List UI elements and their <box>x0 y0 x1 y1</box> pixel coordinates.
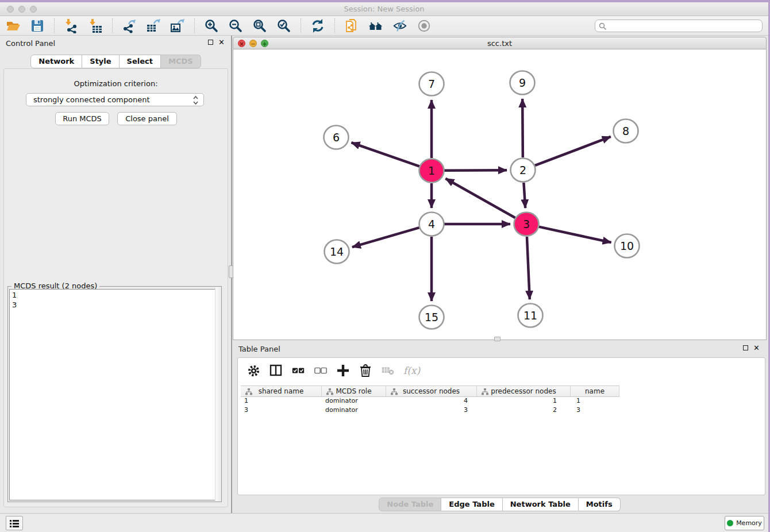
show-panels-icon[interactable] <box>368 18 383 33</box>
column-header-shared-name[interactable]: shared name <box>241 386 322 396</box>
tab-select[interactable]: Select <box>120 55 161 68</box>
tab-edge-table[interactable]: Edge Table <box>441 498 502 511</box>
toolbar-separator <box>112 18 113 33</box>
table-row[interactable]: 1dominator411 <box>241 397 619 406</box>
tab-network[interactable]: Network <box>30 55 82 68</box>
graph-edge-2-8[interactable] <box>535 137 611 165</box>
node-table: shared nameMCDS rolesuccessor nodesprede… <box>241 385 619 415</box>
add-column-icon[interactable] <box>336 364 350 377</box>
graph-edge-1-6[interactable] <box>351 142 419 167</box>
criterion-select[interactable]: strongly connected component <box>26 93 204 106</box>
node-label: 8 <box>622 125 629 137</box>
result-scrollbar[interactable] <box>215 287 221 501</box>
delete-columns-icon[interactable] <box>359 364 372 377</box>
graph-edge-3-10[interactable] <box>538 227 611 242</box>
close-panel-button[interactable]: Close panel <box>117 112 177 125</box>
graph-node-10[interactable]: 10 <box>615 234 640 258</box>
table-cell: 2 <box>477 406 571 415</box>
zoom-selected-icon[interactable] <box>276 18 291 33</box>
table-cell: dominator <box>322 397 386 406</box>
graph-edge-2-9[interactable] <box>522 99 523 157</box>
main-toolbar <box>0 16 768 36</box>
zoom-out-icon[interactable] <box>228 18 243 33</box>
node-label: 6 <box>333 131 340 144</box>
split-panel-icon[interactable] <box>269 364 283 377</box>
column-label: MCDS role <box>336 387 371 395</box>
zoom-fit-icon[interactable] <box>252 18 267 33</box>
table-divider-grip[interactable] <box>494 337 500 341</box>
tab-node-table[interactable]: Node Table <box>379 498 441 511</box>
node-label: 10 <box>620 240 634 252</box>
tab-style[interactable]: Style <box>82 55 119 68</box>
column-header-MCDS-role[interactable]: MCDS role <box>322 386 386 396</box>
graph-node-3[interactable]: 3 <box>514 213 539 236</box>
mcds-result-text[interactable]: 1 3 <box>9 289 220 500</box>
tab-mcds[interactable]: MCDS <box>161 55 201 68</box>
open-session-icon[interactable] <box>6 18 21 33</box>
unselect-all-columns-icon[interactable] <box>314 364 328 377</box>
graph-node-4[interactable]: 4 <box>419 213 444 236</box>
tab-motifs[interactable]: Motifs <box>579 498 621 511</box>
app-title: Session: New Session <box>0 5 768 13</box>
refresh-layout-icon[interactable] <box>310 18 325 33</box>
float-table-panel-icon[interactable] <box>743 345 748 350</box>
float-panel-icon[interactable] <box>208 40 213 45</box>
column-header-name[interactable]: name <box>571 386 619 396</box>
import-network-icon[interactable] <box>64 18 79 33</box>
node-table-box: f(x) shared nameMCDS rolesuccessor nodes… <box>237 357 765 495</box>
criterion-value: strongly connected component <box>33 95 150 104</box>
hide-graphics-details-icon[interactable] <box>392 18 407 33</box>
show-graphics-details-icon[interactable] <box>417 18 432 33</box>
search-input[interactable] <box>595 20 763 32</box>
export-network-icon[interactable] <box>122 18 137 33</box>
run-mcds-button[interactable]: Run MCDS <box>55 112 109 125</box>
table-cell: 1 <box>241 397 322 406</box>
graph-edge-2-3[interactable] <box>523 183 525 208</box>
memory-button[interactable]: Memory <box>725 516 764 530</box>
main-content: Control Panel ✕ NetworkStyleSelectMCDS O… <box>0 36 768 513</box>
select-all-columns-icon[interactable] <box>291 364 305 377</box>
graph-node-9[interactable]: 9 <box>510 71 535 95</box>
network-window-titlebar[interactable]: × − + scc.txt <box>233 37 767 49</box>
table-cell: 1 <box>477 397 571 406</box>
table-panel-title: Table Panel <box>238 345 280 353</box>
node-label: 4 <box>428 218 435 230</box>
table-header-row: shared nameMCDS rolesuccessor nodesprede… <box>241 385 619 397</box>
graph-node-1[interactable]: 1 <box>419 159 444 183</box>
network-canvas[interactable]: 7968124314101511 <box>233 49 767 340</box>
graph-node-8[interactable]: 8 <box>614 119 638 143</box>
graph-edge-4-14[interactable] <box>352 228 419 247</box>
zoom-in-icon[interactable] <box>204 18 219 33</box>
node-label: 15 <box>425 311 438 323</box>
graph-node-6[interactable]: 6 <box>324 126 349 149</box>
tab-network-table[interactable]: Network Table <box>503 498 579 511</box>
import-table-icon[interactable] <box>88 18 103 33</box>
network-graph: 7968124314101511 <box>233 49 766 339</box>
chevron-up-down-icon <box>192 95 199 107</box>
control-panel: Control Panel ✕ NetworkStyleSelectMCDS O… <box>0 36 232 513</box>
task-history-button[interactable] <box>6 516 23 530</box>
graph-node-2[interactable]: 2 <box>511 159 536 182</box>
column-header-predecessor-nodes[interactable]: predecessor nodes <box>477 386 571 396</box>
export-image-icon[interactable] <box>170 18 185 33</box>
function-builder-icon[interactable]: f(x) <box>403 365 420 376</box>
graph-node-15[interactable]: 15 <box>419 306 444 329</box>
delete-table-icon[interactable] <box>381 364 395 377</box>
node-label: 7 <box>428 78 435 90</box>
graph-node-11[interactable]: 11 <box>518 304 543 327</box>
table-body: 1dominator4113dominator323 <box>241 397 619 415</box>
graph-node-7[interactable]: 7 <box>419 72 444 96</box>
close-table-panel-icon[interactable]: ✕ <box>753 345 760 351</box>
column-header-successor-nodes[interactable]: successor nodes <box>386 386 477 396</box>
first-neighbors-icon[interactable] <box>344 18 359 33</box>
table-row[interactable]: 3dominator323 <box>241 406 619 415</box>
graph-node-14[interactable]: 14 <box>325 240 349 264</box>
table-cell: 4 <box>386 397 477 406</box>
save-session-icon[interactable] <box>30 18 45 33</box>
graph-edge-3-1[interactable] <box>445 179 515 218</box>
graph-edge-1-2[interactable] <box>444 170 507 171</box>
graph-edge-3-11[interactable] <box>527 237 530 299</box>
export-table-icon[interactable] <box>146 18 161 33</box>
close-panel-icon[interactable]: ✕ <box>218 39 225 45</box>
table-settings-icon[interactable] <box>247 364 260 377</box>
